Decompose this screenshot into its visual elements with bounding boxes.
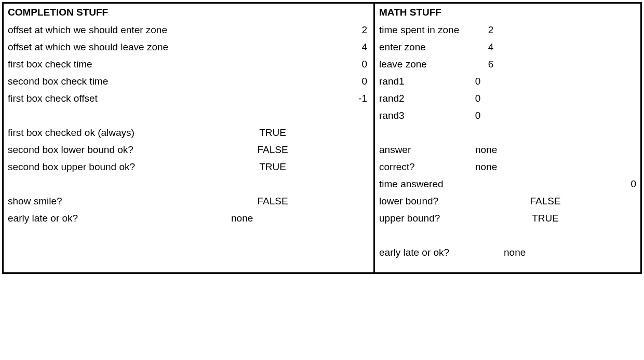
label: early late or ok? [379,244,504,261]
table-row: enter zone 4 [379,38,636,56]
table-row: rand1 0 [379,73,636,90]
spreadsheet-table: COMPLETION STUFF offset at which we shou… [2,2,642,274]
value: 2 [478,21,504,38]
table-row: offset at which we should enter zone 2 [8,21,369,38]
table-row: show smile? FALSE [8,192,369,210]
value: none [475,141,514,158]
label: early late or ok? [8,210,231,227]
table-row: upper bound? TRUE [379,210,636,227]
value: 0 [231,73,367,90]
value: none [475,158,514,175]
table-row: correct? none [379,158,636,175]
value: TRUE [231,124,314,141]
table-row: second box upper bound ok? TRUE [8,158,369,175]
label: first box check offset [8,90,231,107]
table-row: time answered 0 [379,175,636,192]
table-row: first box checked ok (always) TRUE [8,124,369,141]
table-row: second box lower bound ok? FALSE [8,141,369,158]
table-row: answer none [379,141,636,158]
value: 6 [478,56,504,73]
label: upper bound? [379,210,514,227]
table-row: lower bound? FALSE [379,192,636,210]
table-row: early late or ok? none [8,210,369,227]
label: time spent in zone [379,21,478,38]
value: FALSE [514,192,576,210]
table-row: first box check offset -1 [8,90,369,107]
value: -1 [231,90,367,107]
value: 2 [231,21,367,38]
label: leave zone [379,56,478,73]
table-row: first box check time 0 [8,56,369,73]
value: 4 [478,38,504,56]
label: lower bound? [379,192,514,210]
math-stuff-title: MATH STUFF [379,7,636,18]
label: time answered [379,175,478,192]
value: none [504,244,545,261]
label: rand3 [379,107,465,124]
label: second box lower bound ok? [8,141,231,158]
value: FALSE [231,192,314,210]
label: second box upper bound ok? [8,158,231,175]
value: none [231,210,270,227]
value: TRUE [514,210,576,227]
label: answer [379,141,475,158]
value: 0 [465,107,491,124]
label: correct? [379,158,475,175]
table-row: rand2 0 [379,90,636,107]
completion-stuff-column: COMPLETION STUFF offset at which we shou… [4,4,375,272]
value: 0 [465,73,491,90]
value: 4 [231,38,367,56]
label: rand1 [379,73,465,90]
math-stuff-column: MATH STUFF time spent in zone 2 enter zo… [375,4,640,272]
value: FALSE [231,141,314,158]
value: TRUE [231,158,314,175]
table-row: leave zone 6 [379,56,636,73]
completion-stuff-title: COMPLETION STUFF [8,7,369,18]
value: 0 [465,90,491,107]
label: show smile? [8,192,231,210]
value: 0 [478,175,636,192]
label: first box check time [8,56,231,73]
table-row: early late or ok? none [379,244,636,261]
table-row: rand3 0 [379,107,636,124]
table-row: second box check time 0 [8,73,369,90]
table-row: offset at which we should leave zone 4 [8,38,369,56]
label: enter zone [379,38,478,56]
table-row: time spent in zone 2 [379,21,636,38]
label: offset at which we should enter zone [8,21,231,38]
label: first box checked ok (always) [8,124,231,141]
label: second box check time [8,73,231,90]
value: 0 [231,56,367,73]
label: rand2 [379,90,465,107]
label: offset at which we should leave zone [8,38,231,56]
